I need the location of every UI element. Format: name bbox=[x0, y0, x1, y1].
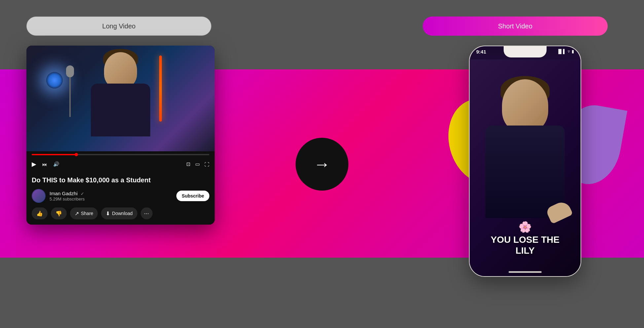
phone-screen: 🌸 YOU LOSE THE LILY bbox=[470, 46, 581, 276]
tab-long-video[interactable]: Long Video bbox=[26, 17, 211, 36]
person-head bbox=[104, 52, 137, 89]
flower-emoji: 🌸 bbox=[519, 221, 532, 233]
subscribers-count: 5.29M subscribers bbox=[50, 197, 172, 201]
download-label: Download bbox=[112, 211, 132, 216]
video-thumbnail bbox=[26, 46, 215, 151]
progress-fill bbox=[32, 154, 76, 155]
download-button[interactable]: ⬇ Download bbox=[101, 207, 137, 219]
battery-icon: ▮ bbox=[572, 49, 574, 54]
right-section: Short Video 9:41 ▐▌▌ ▿ ▮ bbox=[423, 17, 627, 297]
controls-row: ▶ ⏭ 🔊 ⊡ ▭ ⛶ bbox=[32, 159, 209, 170]
controls-right: ⊡ ▭ ⛶ bbox=[186, 161, 209, 167]
arrow-circle: → bbox=[296, 138, 348, 191]
mic-head bbox=[66, 65, 74, 77]
theater-button[interactable]: ▭ bbox=[195, 161, 200, 167]
channel-avatar bbox=[32, 189, 46, 203]
avatar-inner bbox=[32, 190, 45, 202]
thumbnail-light bbox=[46, 72, 63, 89]
share-icon: ↗ bbox=[75, 210, 79, 217]
progress-dot bbox=[75, 153, 78, 156]
phone-and-deco: 9:41 ▐▌▌ ▿ ▮ bbox=[423, 46, 627, 297]
arrow-icon: → bbox=[314, 156, 330, 172]
channel-name-row: Iman Gadzhi ✓ bbox=[50, 191, 172, 197]
like-icon: 👍 bbox=[36, 210, 43, 217]
mic-pole bbox=[69, 77, 71, 117]
controls-left: ▶ ⏭ 🔊 bbox=[32, 161, 59, 168]
volume-button[interactable]: 🔊 bbox=[53, 161, 59, 167]
tab-long-video-label: Long Video bbox=[102, 22, 136, 30]
tab-short-video[interactable]: Short Video bbox=[423, 17, 608, 36]
subscribe-button[interactable]: Subscribe bbox=[176, 191, 209, 201]
more-options-button[interactable]: ··· bbox=[141, 207, 153, 219]
tab-short-video-label: Short Video bbox=[498, 22, 532, 30]
channel-row: Iman Gadzhi ✓ 5.29M subscribers Subscrib… bbox=[32, 189, 209, 203]
phone-speaker bbox=[509, 271, 542, 273]
miniplayer-button[interactable]: ⊡ bbox=[186, 161, 191, 167]
microphone-stand bbox=[66, 65, 74, 117]
like-button[interactable]: 👍 bbox=[32, 207, 48, 219]
share-label: Share bbox=[81, 211, 93, 216]
phone-mockup: 9:41 ▐▌▌ ▿ ▮ bbox=[469, 46, 581, 277]
fullscreen-button[interactable]: ⛶ bbox=[204, 162, 209, 167]
verified-icon: ✓ bbox=[81, 191, 84, 196]
action-buttons: 👍 👎 ↗ Share ⬇ Download ··· bbox=[32, 207, 209, 219]
wifi-icon: ▿ bbox=[568, 49, 570, 54]
dislike-button[interactable]: 👎 bbox=[51, 207, 67, 219]
status-icons: ▐▌▌ ▿ ▮ bbox=[557, 49, 574, 54]
status-time: 9:41 bbox=[476, 49, 486, 55]
progress-bar[interactable] bbox=[32, 154, 209, 155]
youtube-player: ▶ ⏭ 🔊 ⊡ ▭ ⛶ Do THIS to Make $10,000 as a… bbox=[26, 46, 215, 225]
phone-notch bbox=[504, 46, 547, 57]
right-tab-row: Short Video bbox=[423, 17, 627, 36]
video-title: Do THIS to Make $10,000 as a Student bbox=[32, 176, 209, 184]
phone-person-body bbox=[485, 126, 565, 218]
video-controls: ▶ ⏭ 🔊 ⊡ ▭ ⛶ bbox=[26, 151, 215, 172]
share-button[interactable]: ↗ Share bbox=[70, 207, 98, 219]
overlay-text-line1: YOU LOSE THE bbox=[470, 234, 581, 245]
channel-info: Iman Gadzhi ✓ 5.29M subscribers bbox=[50, 191, 172, 201]
video-info: Do THIS to Make $10,000 as a Student Ima… bbox=[26, 172, 215, 225]
next-button[interactable]: ⏭ bbox=[42, 162, 47, 167]
thumbnail-neon-strip bbox=[159, 55, 162, 122]
play-button[interactable]: ▶ bbox=[32, 161, 36, 168]
phone-flower: 🌸 bbox=[519, 221, 532, 233]
left-section: Long Video bbox=[26, 17, 215, 225]
dislike-icon: 👎 bbox=[55, 210, 62, 217]
channel-name: Iman Gadzhi bbox=[50, 191, 78, 196]
phone-text-overlay: YOU LOSE THE LILY bbox=[470, 234, 581, 256]
overlay-text-line2: LILY bbox=[470, 245, 581, 256]
more-icon: ··· bbox=[144, 210, 149, 217]
person-body bbox=[91, 84, 150, 136]
signal-icon: ▐▌▌ bbox=[557, 49, 566, 54]
download-icon: ⬇ bbox=[106, 210, 110, 217]
phone-person-head bbox=[502, 79, 548, 132]
